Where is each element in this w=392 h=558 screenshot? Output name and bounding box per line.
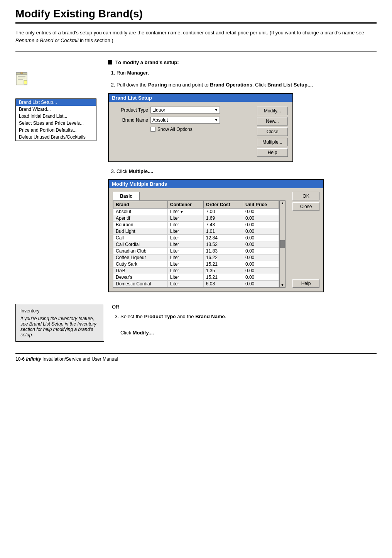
footer-brand: Infinity bbox=[26, 356, 41, 362]
note-box: Inventory If you're using the Inventory … bbox=[15, 304, 104, 342]
step-3b: Select the Product Type and the Brand Na… bbox=[120, 313, 377, 337]
scroll-up-arrow[interactable]: ▲ bbox=[281, 201, 284, 205]
brand-list-setup-dialog: Brand List Setup Product Type Liquor ▼ B… bbox=[108, 93, 293, 162]
footer-text: Installation/Service and User Manual bbox=[42, 356, 118, 362]
show-all-options-checkbox[interactable] bbox=[150, 127, 155, 132]
scroll-down-arrow[interactable]: ▼ bbox=[281, 283, 284, 287]
step-3b-list: Select the Product Type and the Brand Na… bbox=[112, 313, 377, 337]
step-3-list: Click Multiple.... bbox=[108, 168, 377, 176]
brands-table-container: Brand Container Order Cost Unit Price Ab… bbox=[113, 200, 279, 288]
bls-close-btn[interactable]: Close bbox=[257, 127, 288, 136]
bullet-heading-text: To modify a brand's setup: bbox=[115, 59, 179, 65]
col-brand: Brand bbox=[113, 201, 168, 209]
step-3b-bold2: Brand Name bbox=[195, 314, 225, 319]
mmb-buttons: OK Close Help bbox=[289, 192, 319, 288]
brand-name-label: Brand Name bbox=[113, 117, 148, 123]
table-row: Dewar'sLiter15.210.00 bbox=[113, 274, 279, 281]
table-row: DABLiter1.350.00 bbox=[113, 268, 279, 274]
table-row: AbsolutLiter ▼7.000.00 bbox=[113, 209, 279, 215]
col-unit-price: Unit Price bbox=[243, 201, 279, 209]
brand-name-arrow: ▼ bbox=[215, 118, 218, 122]
mmb-help-btn[interactable]: Help bbox=[292, 279, 319, 288]
right-column: To modify a brand's setup: Run Manager. … bbox=[108, 59, 377, 298]
scroll-thumb[interactable] bbox=[280, 240, 285, 248]
svg-rect-6 bbox=[24, 80, 27, 84]
table-row: CallLiter12.840.00 bbox=[113, 235, 279, 241]
modify-multiple-brands-dialog: Modify Multiple Brands Basic Bran bbox=[108, 179, 324, 292]
notepad-icon bbox=[15, 72, 104, 87]
col-order-cost: Order Cost bbox=[203, 201, 243, 209]
product-type-select[interactable]: Liquor ▼ bbox=[150, 107, 220, 114]
bls-modify-btn[interactable]: Modify... bbox=[257, 107, 288, 115]
footer-page: 10-6 bbox=[15, 356, 25, 362]
step-1: Run Manager. bbox=[117, 69, 377, 77]
step-3b-bold1: Product Type bbox=[144, 314, 176, 319]
section-heading: To modify a brand's setup: bbox=[108, 59, 377, 65]
menu-item-select-sizes[interactable]: Select Sizes and Price Levels... bbox=[16, 120, 96, 127]
table-row: Canadian ClubLiter11.830.00 bbox=[113, 248, 279, 254]
menu-item-delete-unused[interactable]: Delete Unused Brands/Cocktails bbox=[16, 134, 96, 141]
content-area: Brand List Setup... Brand Wizard... Load… bbox=[15, 59, 377, 298]
bottom-right: OR Select the Product Type and the Brand… bbox=[112, 304, 377, 342]
brands-table-wrapper: Brand Container Order Cost Unit Price Ab… bbox=[113, 200, 286, 288]
table-row: Bud LightLiter1.010.00 bbox=[113, 228, 279, 235]
footer: 10-6 Infinity Installation/Service and U… bbox=[15, 353, 377, 362]
section-divider bbox=[15, 51, 377, 52]
note-title: Inventory bbox=[20, 308, 99, 314]
table-row: BourbonLiter7.430.00 bbox=[113, 222, 279, 228]
or-label: OR bbox=[112, 304, 377, 310]
dropdown-menu: Brand List Setup... Brand Wizard... Load… bbox=[15, 98, 96, 141]
step-2-bold1: Pouring bbox=[148, 82, 167, 88]
show-all-options-row: Show All Options bbox=[150, 127, 253, 132]
bls-dialog-body: Product Type Liquor ▼ Brand Name Absolut… bbox=[109, 102, 292, 161]
step-2: Pull down the Pouring menu and point to … bbox=[117, 81, 377, 89]
brand-name-row: Brand Name Absolut ▼ bbox=[113, 117, 253, 124]
bls-buttons: Modify... New... Close Multiple... Help bbox=[257, 107, 288, 157]
product-type-arrow: ▼ bbox=[215, 108, 218, 112]
step-3-bold: Multiple.... bbox=[129, 168, 154, 174]
bullet-icon bbox=[108, 60, 112, 64]
brands-table: Brand Container Order Cost Unit Price Ab… bbox=[113, 201, 279, 287]
menu-item-price-portion[interactable]: Price and Portion Defaults... bbox=[16, 127, 96, 134]
step-2-bold2: Brand Operations bbox=[210, 82, 252, 88]
tab-bar: Basic bbox=[113, 192, 286, 200]
mmb-close-btn[interactable]: Close bbox=[292, 202, 319, 211]
bls-new-btn[interactable]: New... bbox=[257, 117, 288, 126]
bls-title-bar: Brand List Setup bbox=[109, 94, 292, 102]
bottom-area: Inventory If you're using the Inventory … bbox=[15, 304, 377, 342]
step-3b-click-bold: Modify.... bbox=[133, 330, 154, 336]
mmb-title-bar: Modify Multiple Brands bbox=[109, 180, 323, 188]
step-1-bold: Manager bbox=[127, 70, 147, 76]
brand-name-select[interactable]: Absolut ▼ bbox=[150, 117, 220, 124]
intro-paragraph: The only entries of a brand's setup you … bbox=[15, 29, 377, 44]
brand-name-value: Absolut bbox=[152, 117, 168, 123]
col-container: Container bbox=[167, 201, 203, 209]
mmb-ok-btn[interactable]: OK bbox=[292, 192, 319, 200]
table-row: AperitifLiter1.690.00 bbox=[113, 215, 279, 222]
bls-multiple-btn[interactable]: Multiple... bbox=[257, 138, 288, 146]
left-column: Brand List Setup... Brand Wizard... Load… bbox=[15, 59, 108, 298]
show-all-options-label: Show All Options bbox=[157, 127, 193, 132]
product-type-label: Product Type bbox=[113, 107, 148, 113]
bls-form: Product Type Liquor ▼ Brand Name Absolut… bbox=[113, 107, 253, 157]
bottom-left: Inventory If you're using the Inventory … bbox=[15, 304, 104, 342]
steps-list: Run Manager. Pull down the Pouring menu … bbox=[108, 69, 377, 89]
table-row: Coffee LiqueurLiter16.220.00 bbox=[113, 254, 279, 261]
scrollbar[interactable]: ▲ ▼ bbox=[279, 200, 286, 288]
product-type-value: Liquor bbox=[152, 107, 165, 113]
svg-rect-2 bbox=[20, 72, 23, 74]
step-2-bold3: Brand List Setup.... bbox=[267, 82, 313, 88]
page-title: Modify Existing Brand(s) bbox=[15, 8, 377, 24]
menu-item-load-initial[interactable]: Load Initial Brand List... bbox=[16, 113, 96, 120]
container-dropdown-arrow[interactable]: ▼ bbox=[179, 210, 183, 214]
tab-basic[interactable]: Basic bbox=[113, 192, 140, 200]
note-text: If you're using the Inventory feature, s… bbox=[20, 316, 99, 338]
menu-item-brand-wizard[interactable]: Brand Wizard... bbox=[16, 106, 96, 113]
table-row: Domestic CordialLiter6.080.00 bbox=[113, 281, 279, 287]
menu-item-brand-list-setup[interactable]: Brand List Setup... bbox=[16, 99, 96, 106]
product-type-row: Product Type Liquor ▼ bbox=[113, 107, 253, 114]
table-row: Call CordialLiter13.520.00 bbox=[113, 241, 279, 248]
step-3: Click Multiple.... bbox=[117, 168, 377, 176]
mmb-dialog-body: Basic Brand Container Order Cost bbox=[109, 188, 323, 292]
bls-help-btn[interactable]: Help bbox=[257, 148, 288, 157]
